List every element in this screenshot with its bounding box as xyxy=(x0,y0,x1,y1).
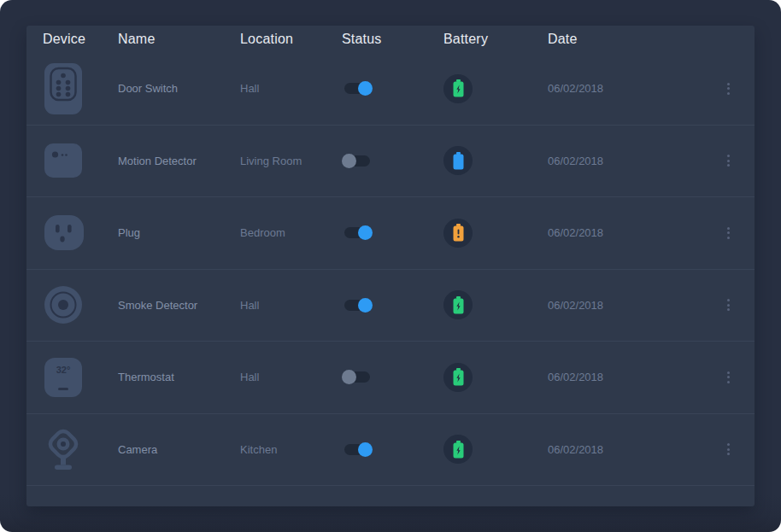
device-name: Smoke Detector xyxy=(118,299,240,312)
device-location: Hall xyxy=(240,371,342,383)
status-toggle[interactable] xyxy=(344,444,370,455)
device-date: 06/02/2018 xyxy=(548,443,695,456)
column-header-location: Location xyxy=(240,32,342,47)
more-options-button[interactable] xyxy=(720,368,736,387)
device-name: Door Switch xyxy=(118,82,240,95)
column-header-name: Name xyxy=(118,32,240,47)
device-location: Hall xyxy=(240,82,342,95)
column-header-date: Date xyxy=(548,32,695,47)
device-location: Kitchen xyxy=(240,443,342,456)
status-toggle[interactable] xyxy=(344,155,370,167)
battery-icon xyxy=(443,74,473,103)
thermostat-reading: 32° xyxy=(56,365,71,375)
battery-icon xyxy=(443,363,473,392)
device-name: Plug xyxy=(118,226,240,239)
device-name: Camera xyxy=(118,443,240,456)
column-header-device: Device xyxy=(43,32,118,47)
camera-icon xyxy=(43,427,118,472)
more-options-button[interactable] xyxy=(720,224,736,243)
more-options-button[interactable] xyxy=(720,79,736,98)
device-date: 06/02/2018 xyxy=(548,155,695,167)
plug-icon xyxy=(43,215,118,251)
table-row: Door Switch Hall 06/02/2018 xyxy=(26,53,755,126)
battery-icon xyxy=(443,290,473,319)
battery-icon xyxy=(443,219,473,248)
motion-detector-icon xyxy=(43,143,118,178)
status-toggle[interactable] xyxy=(344,371,370,383)
device-date: 06/02/2018 xyxy=(548,226,695,239)
table-header: Device Name Location Status Battery Date xyxy=(26,26,755,53)
devices-table: Device Name Location Status Battery Date… xyxy=(26,26,755,506)
column-header-battery: Battery xyxy=(443,32,548,47)
device-name: Thermostat xyxy=(118,371,240,383)
more-options-button[interactable] xyxy=(720,151,736,170)
more-options-button[interactable] xyxy=(720,440,736,459)
device-location: Living Room xyxy=(240,155,342,167)
battery-icon xyxy=(443,435,473,464)
table-row: 32° Thermostat Hall 06/02/2018 xyxy=(26,342,755,414)
device-date: 06/02/2018 xyxy=(548,371,695,383)
table-row: Motion Detector Living Room 06/02/2018 xyxy=(26,126,755,198)
device-location: Hall xyxy=(240,299,342,312)
device-location: Bedroom xyxy=(240,226,342,239)
thermostat-icon: 32° xyxy=(43,358,118,397)
device-name: Motion Detector xyxy=(118,155,240,167)
smoke-detector-icon xyxy=(43,286,118,324)
table-row: Plug Bedroom 06/02/2018 xyxy=(26,197,755,270)
device-date: 06/02/2018 xyxy=(548,82,695,95)
app-background: Device Name Location Status Battery Date… xyxy=(0,0,781,532)
table-row: Camera Kitchen 06/02/2018 xyxy=(26,414,755,487)
table-row: Smoke Detector Hall 06/02/2018 xyxy=(26,270,755,342)
remote-icon xyxy=(43,63,118,114)
device-date: 06/02/2018 xyxy=(548,299,695,312)
status-toggle[interactable] xyxy=(344,300,370,311)
more-options-button[interactable] xyxy=(720,295,736,314)
status-toggle[interactable] xyxy=(344,83,370,94)
column-header-status: Status xyxy=(342,32,443,47)
battery-icon xyxy=(443,146,473,175)
status-toggle[interactable] xyxy=(344,227,370,238)
